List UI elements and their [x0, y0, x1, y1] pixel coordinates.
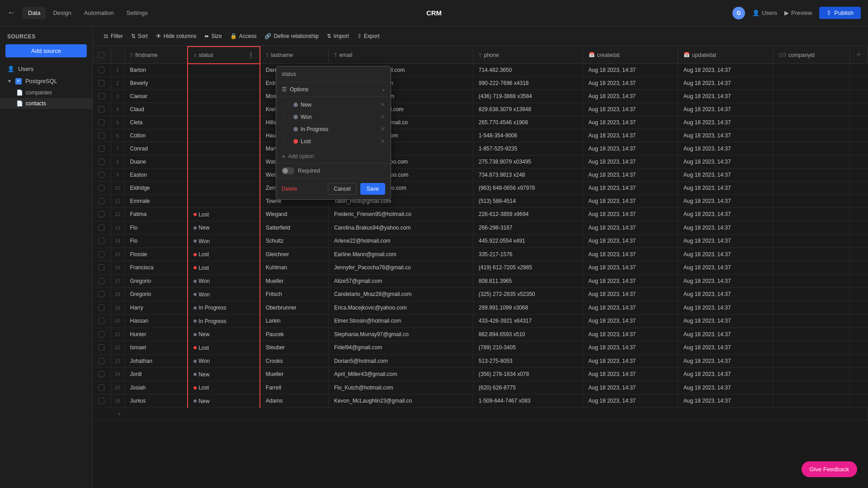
cell-email[interactable]: Erica.Macejkovic@yahoo.com	[328, 301, 473, 314]
cell-email[interactable]: Candelario_Mraz28@gmail.com	[328, 288, 473, 301]
cell-phone[interactable]: 734.873.9813 x248	[473, 169, 583, 182]
option-drag-new[interactable]: ⋮⋮	[282, 102, 291, 107]
cell-phone[interactable]: (789) 210-3405	[473, 341, 583, 355]
cell-firstname[interactable]: Jordi	[124, 368, 188, 381]
option-close-won[interactable]: ✕	[380, 113, 385, 120]
sidebar-item-contacts[interactable]: 📄 contacts	[0, 98, 92, 109]
hide-columns-button[interactable]: 👁 Hide columns	[152, 31, 200, 41]
cell-phone[interactable]: (325) 272-2835 x52350	[473, 288, 583, 301]
cell-firstname[interactable]: Gregorio	[124, 288, 188, 301]
cell-phone[interactable]: 289.991.1099 x3068	[473, 301, 583, 314]
cell-status[interactable]: New	[188, 221, 259, 235]
cell-email[interactable]: Jennyfer_Pacocha78@gmail.co	[328, 261, 473, 275]
cell-phone[interactable]: 265.770.4546 x1906	[473, 116, 583, 129]
cell-checkbox[interactable]	[93, 261, 111, 275]
cell-status[interactable]	[188, 182, 259, 195]
cell-lastname[interactable]: Larkin	[260, 314, 329, 328]
cell-checkbox[interactable]	[93, 248, 111, 261]
cell-lastname[interactable]: Schultz	[260, 235, 329, 248]
cell-phone[interactable]: (356) 278-1834 x078	[473, 368, 583, 381]
sort-button[interactable]: ⇅ Sort	[127, 31, 151, 41]
cell-status[interactable]: Lost	[188, 208, 259, 221]
preview-button[interactable]: ▶ Preview	[784, 9, 812, 16]
cell-email[interactable]: Elmer.Strosin@hotmail.com	[328, 314, 473, 328]
cell-lastname[interactable]: Paucek	[260, 328, 329, 341]
import-button[interactable]: ⇅ Import	[323, 31, 353, 41]
cell-phone[interactable]: 862.894.6593 x510	[473, 328, 583, 341]
cell-status[interactable]	[188, 169, 259, 182]
cell-firstname[interactable]: Flo	[124, 235, 188, 248]
option-drag-inprogress[interactable]: ⋮⋮	[282, 127, 291, 131]
cell-status[interactable]: In Progress	[188, 301, 259, 314]
sidebar-item-postgresql[interactable]: ▼ P PostgreSQL	[0, 75, 92, 87]
cell-checkbox[interactable]	[93, 274, 111, 288]
cell-status[interactable]: Lost	[188, 248, 259, 261]
cell-phone[interactable]: (436) 719-3888 x3584	[473, 90, 583, 103]
size-button[interactable]: ⬌ Size	[201, 31, 225, 41]
cell-checkbox[interactable]	[93, 77, 111, 90]
cell-email[interactable]: Carolina.Brakus94@yahoo.com	[328, 221, 473, 235]
cell-status[interactable]: Lost	[188, 381, 259, 394]
cell-firstname[interactable]: Flossie	[124, 248, 188, 261]
option-drag-won[interactable]: ⋮⋮	[282, 114, 291, 119]
cell-firstname[interactable]: Ismael	[124, 341, 188, 355]
cell-phone[interactable]: (419) 612-7205 x2985	[473, 261, 583, 275]
add-option-row[interactable]: + Add option	[276, 149, 391, 163]
cell-checkbox[interactable]	[93, 116, 111, 129]
cell-checkbox[interactable]	[93, 381, 111, 394]
add-row-button[interactable]: +	[93, 408, 868, 420]
col-header-firstname[interactable]: T firstname	[124, 47, 188, 64]
cell-checkbox[interactable]	[93, 368, 111, 381]
cell-phone[interactable]: 1-548-354-9006	[473, 129, 583, 142]
col-header-updatedat[interactable]: 📅 updatedat	[678, 47, 773, 64]
cell-firstname[interactable]: Eldridge	[124, 182, 188, 195]
cell-status[interactable]	[188, 77, 259, 90]
cell-firstname[interactable]: Flo	[124, 221, 188, 235]
cell-phone[interactable]: 1-857-525-9235	[473, 142, 583, 155]
cell-lastname[interactable]: Oberbrunner	[260, 301, 329, 314]
cell-firstname[interactable]: Josiah	[124, 381, 188, 394]
cell-firstname[interactable]: Hassan	[124, 314, 188, 328]
cell-firstname[interactable]: Caesar	[124, 90, 188, 103]
cell-checkbox[interactable]	[93, 142, 111, 155]
cell-lastname[interactable]: Steuber	[260, 341, 329, 355]
cell-status[interactable]: New	[188, 328, 259, 341]
cell-status[interactable]	[188, 155, 259, 169]
tab-settings[interactable]: Settings	[121, 7, 153, 19]
cell-email[interactable]: Dorian5@hotmail.com	[328, 354, 473, 368]
cell-status[interactable]	[188, 90, 259, 103]
cell-checkbox[interactable]	[93, 328, 111, 341]
option-close-lost[interactable]: ✕	[380, 138, 385, 145]
cell-email[interactable]: Fidel94@gmail.com	[328, 341, 473, 355]
access-button[interactable]: 🔒 Access	[226, 31, 260, 41]
cell-lastname[interactable]: Mueller	[260, 274, 329, 288]
cell-status[interactable]: Won	[188, 354, 259, 368]
sidebar-item-companies[interactable]: 📄 companies	[0, 87, 92, 98]
col-header-lastname[interactable]: T lastname	[260, 47, 329, 64]
cell-checkbox[interactable]	[93, 288, 111, 301]
cell-checkbox[interactable]	[93, 235, 111, 248]
col-add[interactable]: +	[850, 47, 868, 64]
save-button[interactable]: Save	[360, 183, 385, 195]
filter-button[interactable]: ⚖ Filter	[100, 31, 127, 41]
cell-firstname[interactable]: Fatima	[124, 208, 188, 221]
cell-lastname[interactable]: Fritsch	[260, 288, 329, 301]
back-icon[interactable]: ←	[7, 8, 15, 18]
cell-checkbox[interactable]	[93, 195, 111, 208]
cell-phone[interactable]: 829.638.3079 x13948	[473, 103, 583, 116]
cell-firstname[interactable]: Cleta	[124, 116, 188, 129]
cell-email[interactable]: April_Miller43@gmail.com	[328, 368, 473, 381]
cell-checkbox[interactable]	[93, 354, 111, 368]
option-drag-lost[interactable]: ⋮⋮	[282, 139, 291, 144]
cell-firstname[interactable]: Colton	[124, 129, 188, 142]
cell-phone[interactable]: 226-612-3859 x9694	[473, 208, 583, 221]
col-header-createdat[interactable]: 📅 createdat	[583, 47, 678, 64]
cell-checkbox[interactable]	[93, 64, 111, 77]
cell-firstname[interactable]: Johathan	[124, 354, 188, 368]
cell-email[interactable]: Stephania.Murray97@gmail.co	[328, 328, 473, 341]
status-col-options-icon[interactable]: ⋮	[248, 52, 254, 59]
cell-firstname[interactable]: Junius	[124, 394, 188, 408]
cell-firstname[interactable]: Harry	[124, 301, 188, 314]
cell-checkbox[interactable]	[93, 169, 111, 182]
cell-lastname[interactable]: Farrell	[260, 381, 329, 394]
